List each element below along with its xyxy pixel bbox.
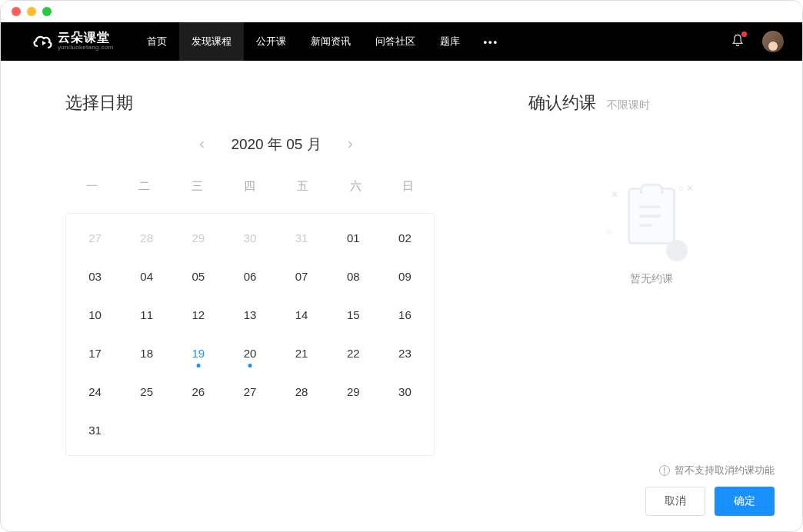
nav-item[interactable]: 题库 [428, 22, 472, 61]
calendar-day[interactable]: 05 [172, 263, 224, 289]
confirm-header: 确认约课 不限课时 [528, 91, 775, 115]
nav-item[interactable]: 新闻资讯 [298, 22, 363, 61]
empty-state: ✕ ○ ✕ ○ 暂无约课 [528, 161, 775, 464]
sparkle-icon: ○ ✕ [678, 183, 694, 194]
calendar-day[interactable]: 09 [379, 263, 431, 289]
window-maximize-button[interactable] [42, 7, 52, 16]
weekday-label: 四 [224, 170, 277, 202]
calendar-day[interactable]: 10 [69, 301, 121, 328]
confirm-title: 确认约课 [528, 91, 596, 115]
window-minimize-button[interactable] [27, 7, 36, 16]
nav-item[interactable]: 公开课 [244, 22, 298, 61]
calendar-day[interactable]: 02 [379, 224, 431, 251]
calendar-day[interactable]: 13 [224, 301, 275, 328]
calendar-day[interactable]: 16 [379, 301, 431, 328]
calendar-day[interactable]: 15 [328, 301, 379, 328]
calendar-grid-wrap: 2728293031010203040506070809101112131415… [65, 213, 435, 456]
weekday-header: 一二三四五六日 [65, 170, 435, 202]
calendar-day[interactable]: 11 [121, 301, 172, 328]
calendar-day[interactable]: 23 [379, 340, 431, 366]
nav-item[interactable]: 发现课程 [179, 22, 244, 61]
calendar-header: 2020 年 05 月 [65, 135, 487, 155]
sparkle-icon: ○ [606, 226, 611, 237]
calendar-day[interactable]: 18 [121, 340, 172, 366]
footer-note: ! 暂不支持取消约课功能 [528, 464, 775, 477]
calendar: 一二三四五六日 27282930310102030405060708091011… [65, 170, 435, 456]
calendar-day[interactable]: 22 [328, 340, 379, 366]
logo-icon [32, 32, 53, 51]
logo-name: 云朵课堂 [58, 32, 113, 45]
weekday-label: 六 [329, 170, 382, 202]
weekday-label: 三 [171, 170, 224, 202]
calendar-day[interactable]: 20 [224, 340, 275, 366]
window-close-button[interactable] [12, 7, 21, 16]
confirm-panel: 确认约课 不限课时 ✕ ○ ✕ ○ [528, 91, 775, 516]
empty-text: 暂无约课 [630, 272, 673, 286]
calendar-day[interactable]: 27 [224, 378, 275, 404]
calendar-day[interactable]: 19 [172, 340, 224, 366]
logo-text: 云朵课堂 yunduoketang.com [58, 32, 113, 51]
nav-items: 首页发现课程公开课新闻资讯问答社区题库 [135, 22, 472, 61]
calendar-day: 30 [224, 224, 275, 251]
logo[interactable]: 云朵课堂 yunduoketang.com [32, 32, 113, 51]
calendar-day[interactable]: 21 [276, 340, 328, 366]
calendar-day[interactable]: 26 [172, 378, 224, 404]
calendar-day[interactable]: 07 [276, 263, 328, 289]
action-buttons: 取消 确定 [528, 487, 775, 516]
date-picker-panel: 选择日期 2020 年 05 月 一二三四五六日 272829303101020… [65, 91, 487, 516]
next-month-button[interactable] [342, 136, 358, 153]
calendar-day[interactable]: 03 [69, 263, 121, 289]
calendar-day[interactable]: 25 [121, 378, 172, 404]
confirm-button[interactable]: 确定 [715, 487, 775, 516]
calendar-day[interactable]: 06 [224, 263, 275, 289]
calendar-day: 29 [172, 224, 224, 251]
chevron-left-icon [197, 139, 208, 150]
calendar-grid: 2728293031010203040506070809101112131415… [69, 224, 431, 443]
clipboard-icon [628, 188, 675, 244]
notification-badge [741, 32, 747, 37]
calendar-day[interactable]: 30 [379, 378, 431, 404]
window-titlebar [1, 1, 802, 22]
avatar[interactable] [762, 31, 784, 52]
prev-month-button[interactable] [194, 136, 211, 153]
nav-more-button[interactable]: ••• [472, 36, 509, 48]
calendar-day[interactable]: 28 [276, 378, 328, 404]
app-window: 云朵课堂 yunduoketang.com 首页发现课程公开课新闻资讯问答社区题… [0, 0, 803, 532]
calendar-day: 27 [69, 224, 121, 251]
calendar-day[interactable]: 12 [172, 301, 224, 328]
cancel-button[interactable]: 取消 [645, 487, 705, 516]
calendar-day[interactable]: 31 [69, 417, 121, 443]
confirm-subtitle: 不限课时 [607, 98, 650, 112]
date-picker-title: 选择日期 [65, 91, 487, 115]
calendar-day: 28 [121, 224, 172, 251]
nav-item[interactable]: 问答社区 [363, 22, 428, 61]
notifications-button[interactable] [730, 33, 745, 51]
calendar-day[interactable]: 17 [69, 340, 121, 366]
calendar-day[interactable]: 24 [69, 378, 121, 404]
calendar-day[interactable]: 29 [328, 378, 379, 404]
sparkle-icon: ✕ [611, 189, 618, 200]
footer-note-text: 暂不支持取消约课功能 [675, 464, 775, 477]
calendar-day[interactable]: 04 [121, 263, 172, 289]
logo-subtitle: yunduoketang.com [58, 45, 113, 51]
top-navigation: 云朵课堂 yunduoketang.com 首页发现课程公开课新闻资讯问答社区题… [1, 22, 802, 61]
chevron-right-icon [345, 139, 355, 150]
weekday-label: 五 [276, 170, 329, 202]
main-content: 选择日期 2020 年 05 月 一二三四五六日 272829303101020… [1, 61, 802, 531]
nav-item[interactable]: 首页 [135, 22, 179, 61]
calendar-day[interactable]: 14 [276, 301, 328, 328]
calendar-month-label: 2020 年 05 月 [231, 135, 321, 155]
empty-illustration: ✕ ○ ✕ ○ [609, 181, 694, 258]
weekday-label: 一 [65, 170, 118, 202]
weekday-label: 二 [118, 170, 172, 202]
calendar-day[interactable]: 08 [328, 263, 379, 289]
info-icon: ! [659, 465, 670, 476]
calendar-day: 31 [276, 224, 328, 251]
calendar-day[interactable]: 01 [328, 224, 379, 251]
weekday-label: 日 [382, 170, 435, 202]
clock-icon [666, 240, 688, 261]
